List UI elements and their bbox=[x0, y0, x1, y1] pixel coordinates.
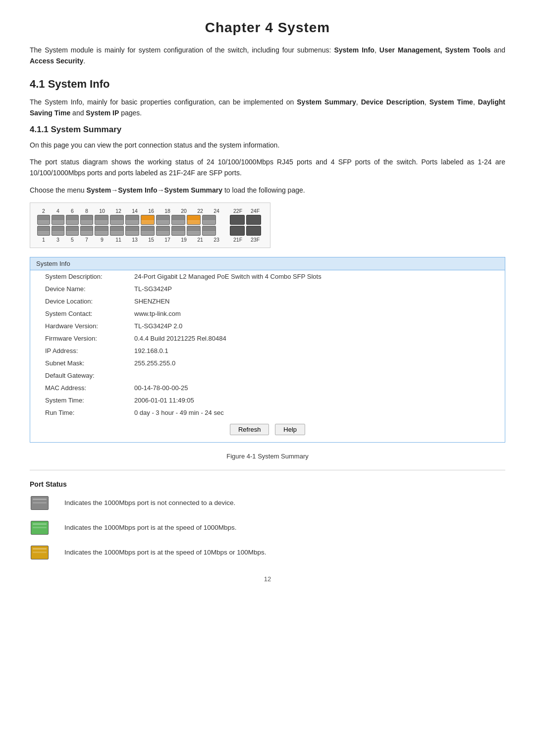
intro-paragraph: The System module is mainly for system c… bbox=[30, 45, 505, 67]
port-9 bbox=[95, 226, 108, 236]
sfp-port-23f bbox=[246, 226, 261, 236]
port-20 bbox=[171, 215, 185, 225]
info-value: 255.255.255.0 bbox=[119, 357, 505, 369]
port-icon-yellow bbox=[31, 546, 49, 559]
page-number: 12 bbox=[30, 575, 505, 583]
info-value bbox=[119, 369, 505, 382]
menu-instruction: Choose the menu System→System Info→Syste… bbox=[30, 185, 505, 196]
section-para1: On this page you can view the port conne… bbox=[30, 140, 505, 151]
port-16 bbox=[141, 215, 155, 225]
system-info-table: System Description:24-Port Gigabit L2 Ma… bbox=[30, 270, 505, 419]
sfp-port-21f bbox=[230, 226, 245, 236]
info-label: Device Name: bbox=[30, 283, 119, 295]
help-button[interactable]: Help bbox=[275, 424, 305, 435]
info-label: Run Time: bbox=[30, 406, 119, 419]
info-value: TL-SG3424P bbox=[119, 283, 505, 295]
info-value: 0 day - 3 hour - 49 min - 24 sec bbox=[119, 406, 505, 419]
refresh-button[interactable]: Refresh bbox=[230, 424, 269, 435]
port-1 bbox=[37, 226, 50, 236]
port-19 bbox=[171, 226, 185, 236]
port-7 bbox=[80, 226, 93, 236]
port-6 bbox=[66, 215, 79, 225]
table-row: Default Gateway: bbox=[30, 369, 505, 382]
info-label: Firmware Version: bbox=[30, 332, 119, 345]
info-label: Subnet Mask: bbox=[30, 357, 119, 369]
info-value: 24-Port Gigabit L2 Managed PoE Switch wi… bbox=[119, 270, 505, 283]
port-2 bbox=[37, 215, 50, 225]
port-status-list: Indicates the 1000Mbps port is not conne… bbox=[30, 495, 505, 560]
table-row: MAC Address:00-14-78-00-00-25 bbox=[30, 382, 505, 394]
port-22 bbox=[187, 215, 201, 225]
port-status-description: Indicates the 1000Mbps port is at the sp… bbox=[64, 523, 236, 533]
port-status-item: Indicates the 1000Mbps port is at the sp… bbox=[30, 545, 505, 560]
port-8 bbox=[80, 215, 93, 225]
port-21 bbox=[187, 226, 201, 236]
info-value: SHENZHEN bbox=[119, 295, 505, 307]
port-23 bbox=[202, 226, 216, 236]
info-value: 00-14-78-00-00-25 bbox=[119, 382, 505, 394]
port-status-description: Indicates the 1000Mbps port is at the sp… bbox=[64, 548, 267, 557]
table-row: Hardware Version:TL-SG3424P 2.0 bbox=[30, 320, 505, 332]
port-status-description: Indicates the 1000Mbps port is not conne… bbox=[64, 498, 235, 508]
port-icon-green bbox=[31, 521, 49, 535]
section-divider bbox=[30, 470, 505, 470]
info-label: System Contact: bbox=[30, 307, 119, 320]
port-18 bbox=[156, 215, 170, 225]
info-label: Device Location: bbox=[30, 295, 119, 307]
table-row: IP Address:192.168.0.1 bbox=[30, 345, 505, 357]
port-diagram: 2 4 6 8 10 12 14 16 18 20 22 24 bbox=[30, 202, 270, 248]
port-24 bbox=[202, 215, 216, 225]
info-value: www.tp-link.com bbox=[119, 307, 505, 320]
info-value: TL-SG3424P 2.0 bbox=[119, 320, 505, 332]
info-label: Default Gateway: bbox=[30, 369, 119, 382]
port-icon-grey bbox=[31, 496, 49, 510]
table-row: Device Name:TL-SG3424P bbox=[30, 283, 505, 295]
figure-caption: Figure 4-1 System Summary bbox=[30, 453, 505, 460]
port-status-icon bbox=[30, 545, 50, 560]
port-11 bbox=[110, 226, 124, 236]
table-row: System Description:24-Port Gigabit L2 Ma… bbox=[30, 270, 505, 283]
system-info-box: System Info System Description:24-Port G… bbox=[30, 257, 505, 443]
port-status-icon bbox=[30, 495, 50, 511]
info-label: IP Address: bbox=[30, 345, 119, 357]
table-row: Run Time:0 day - 3 hour - 49 min - 24 se… bbox=[30, 406, 505, 419]
info-label: MAC Address: bbox=[30, 382, 119, 394]
info-value: 0.4.4 Build 20121225 Rel.80484 bbox=[119, 332, 505, 345]
port-15 bbox=[141, 226, 155, 236]
table-row: Subnet Mask:255.255.255.0 bbox=[30, 357, 505, 369]
info-label: Hardware Version: bbox=[30, 320, 119, 332]
system-info-header: System Info bbox=[30, 257, 505, 270]
info-label: System Time: bbox=[30, 394, 119, 406]
sfp-port-22f bbox=[230, 215, 245, 225]
button-row: Refresh Help bbox=[30, 419, 505, 442]
table-row: System Time:2006-01-01 11:49:05 bbox=[30, 394, 505, 406]
section-4-1-title: 4.1 System Info bbox=[30, 78, 505, 91]
sfp-port-24f bbox=[246, 215, 261, 225]
section-para2: The port status diagram shows the workin… bbox=[30, 156, 505, 179]
section-4-1-1-title: 4.1.1 System Summary bbox=[30, 125, 505, 135]
port-4 bbox=[52, 215, 64, 225]
port-status-title: Port Status bbox=[30, 480, 505, 488]
port-3 bbox=[52, 226, 64, 236]
port-status-icon bbox=[30, 520, 50, 536]
port-status-item: Indicates the 1000Mbps port is at the sp… bbox=[30, 520, 505, 536]
port-17 bbox=[156, 226, 170, 236]
section-4-1-intro: The System Info, mainly for basic proper… bbox=[30, 97, 505, 119]
port-10 bbox=[95, 215, 108, 225]
table-row: Device Location:SHENZHEN bbox=[30, 295, 505, 307]
port-14 bbox=[125, 215, 139, 225]
info-label: System Description: bbox=[30, 270, 119, 283]
info-value: 2006-01-01 11:49:05 bbox=[119, 394, 505, 406]
port-status-item: Indicates the 1000Mbps port is not conne… bbox=[30, 495, 505, 511]
port-12 bbox=[110, 215, 124, 225]
port-13 bbox=[125, 226, 139, 236]
port-5 bbox=[66, 226, 79, 236]
chapter-title: Chapter 4 System bbox=[30, 20, 505, 36]
info-value: 192.168.0.1 bbox=[119, 345, 505, 357]
table-row: Firmware Version:0.4.4 Build 20121225 Re… bbox=[30, 332, 505, 345]
table-row: System Contact:www.tp-link.com bbox=[30, 307, 505, 320]
